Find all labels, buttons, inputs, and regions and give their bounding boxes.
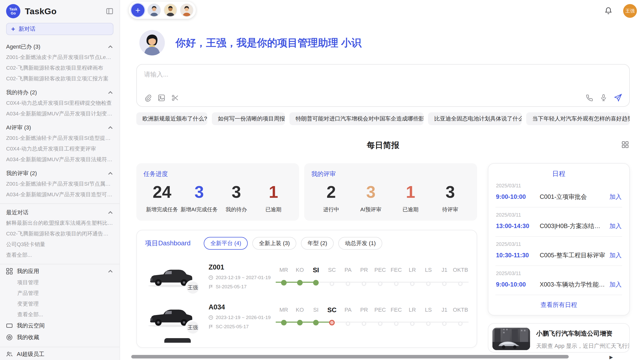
milestone-dot-track [420, 277, 436, 287]
chevron-up-icon [108, 126, 113, 131]
user-avatar[interactable]: 王强 [623, 4, 637, 18]
suggestion-chip[interactable]: 比亚迪全固态电池计划具体说了什么 [428, 112, 521, 125]
dashboard-tab[interactable]: 全新上装 (3) [252, 237, 296, 250]
add-agent-button[interactable]: + [131, 4, 144, 17]
recent-chat-item[interactable]: 公司Q3轻卡销量 [6, 239, 113, 250]
sidebar-item-cloud-space[interactable]: 我的云空间 [6, 320, 113, 332]
milestone-label: PA [340, 305, 356, 314]
dashboard-tab[interactable]: 全新平台 (4) [204, 237, 248, 250]
member-avatar-3[interactable] [180, 4, 193, 17]
conversation-item[interactable]: C02-飞腾新能源轻客改款项目里程碑画布 [6, 63, 113, 73]
milestone: OKTB [452, 305, 469, 327]
suggestion-chip[interactable]: 特朗普可能对进口汽车增税会对中国车企造成哪些影响 [289, 112, 423, 125]
app-link[interactable]: 查看全部... [6, 309, 113, 320]
conversation-item[interactable]: A034-全新新能源MUV产品开发项目法规符合性评审 [6, 154, 113, 165]
flag-icon [209, 284, 213, 289]
project-info: Z001 2023-12-19 ~ 2027-01-19 SI-2025-05-… [209, 263, 274, 290]
schedule-list: 2025/03/11 9:00-10:00 C001-立项审批会 加入 2025… [495, 178, 622, 295]
section-header-ai-review[interactable]: AI评审 (3) [6, 123, 113, 133]
sidebar-item-ai-staff[interactable]: AI超级员工 [6, 348, 113, 360]
scroll-right-arrow[interactable]: ▶ [609, 354, 613, 360]
microphone-icon[interactable] [600, 94, 607, 101]
app-link[interactable]: 产品管理 [6, 288, 113, 298]
section-header-agent-done[interactable]: Agent已办 (3) [6, 42, 113, 52]
new-chat-button[interactable]: + 新对话 [6, 23, 113, 35]
dashboard-tab[interactable]: 动总开发 (1) [338, 237, 382, 250]
milestone-dot-track [404, 277, 420, 287]
member-avatar-2[interactable] [164, 4, 177, 17]
milestone-dot [362, 281, 366, 286]
sidebar-item-my-apps[interactable]: 我的应用 [6, 265, 113, 277]
flag-icon [209, 324, 213, 329]
card-title: 我的评审 [311, 170, 470, 178]
section-header-recent-chats[interactable]: 最近对话 [6, 207, 113, 218]
project-dashboard-card: 项目Dashboard 全新平台 (4)全新上装 (3)年型 (2)动总开发 (… [136, 230, 477, 348]
suggestion-chip[interactable]: 欧洲新规最近颁布了什么? [136, 112, 207, 125]
stat: 3 待评审 [430, 183, 470, 213]
join-link[interactable]: 加入 [609, 251, 622, 259]
logo-line-1: Task [9, 7, 17, 11]
sidebar-collapse-icon[interactable] [106, 7, 113, 15]
chevron-up-icon [108, 91, 113, 96]
section-header-my-todo[interactable]: 我的待办 (2) [6, 87, 113, 98]
scrollbar-thumb[interactable] [131, 355, 569, 358]
conversation-item[interactable]: A034-全新新能源MUV产品开发项目计划变更表编写 [6, 108, 113, 119]
task-progress-stats: 24 新增完成任务 3 新增AI完成任务 3 我的待办 1 [143, 183, 292, 213]
milestone-dot [442, 321, 447, 326]
conversation-item[interactable]: Z001-全新燃油皮卡产品开发项目SI节点Lesson Learn报告 [6, 52, 113, 63]
conversation-item[interactable]: C02-飞腾新能源轻客改款项目立项汇报方案 [6, 73, 113, 84]
stat-label: 新增完成任务 [143, 206, 181, 213]
schedule-time: 9:00-10:00 [496, 281, 540, 288]
schedule-item: 2025/03/11 9:00-10:00 X003-车辆动力学性能验... 加… [495, 266, 622, 295]
send-icon[interactable] [614, 94, 622, 102]
scissors-icon[interactable] [171, 94, 179, 102]
join-link[interactable]: 加入 [609, 280, 622, 289]
app-link[interactable]: 项目管理 [6, 277, 113, 288]
layout-grid-icon[interactable] [622, 141, 629, 150]
project-row-z001[interactable]: 王强 Z001 2023-12-19 ~ 2027-01-19 SI-2025-… [145, 263, 469, 290]
phone-icon[interactable] [586, 94, 593, 101]
join-link[interactable]: 加入 [609, 193, 622, 201]
dashboard-header: 项目Dashboard 全新平台 (4)全新上装 (3)年型 (2)动总开发 (… [145, 237, 469, 250]
recent-chat-item[interactable]: 解释最新出台的欧盟报废车法规再生塑料比例被调至15%... [6, 218, 113, 228]
image-icon[interactable] [158, 94, 165, 102]
conversation-item[interactable]: Z001-全新燃油轻卡产品开发项目SI节点属性5D文件评审 [6, 178, 113, 189]
recent-chat-item[interactable]: C02-飞腾新能源轻客改款项目的闭环通告反馈情况 [6, 228, 113, 239]
suggestion-chip[interactable]: 如何写一份清晰的项目周报 [212, 112, 285, 125]
date-range: 2023-12-19 ~ 2027-01-19 [216, 275, 271, 280]
sidebar-item-favorites[interactable]: 我的收藏 [6, 332, 113, 343]
notification-bell-icon[interactable] [604, 7, 612, 17]
stat: 3 新增AI完成任务 [181, 183, 218, 213]
conversation-item[interactable]: C0X4-动力总成开发项目工程变更评审 [6, 143, 113, 154]
project-row-a034[interactable]: 王强 A034 2023-12-19 ~ 2026-01-19 SC-2025-… [145, 303, 469, 329]
attachment-icon[interactable] [144, 94, 152, 102]
milestone-label: PR [356, 265, 372, 275]
conversation-item[interactable]: A034-全新新能源MUV产品开发项目造型可行性评审 [6, 189, 113, 200]
chat-input[interactable] [144, 71, 622, 78]
join-link[interactable]: 加入 [609, 222, 622, 230]
milestone-dot-track [340, 277, 356, 287]
project-dates: 2023-12-19 ~ 2027-01-19 [209, 275, 274, 280]
dashboard-title: 项目Dashboard [145, 239, 191, 248]
app-link[interactable]: 变更管理 [6, 298, 113, 309]
conversation-item[interactable]: Z001-全新燃油轻卡产品开发项目SI造型提交物评审 [6, 133, 113, 143]
conversation-item[interactable]: C0X4-动力总成开发项目SI里程碑提交物检查 [6, 98, 113, 108]
section-header-my-review[interactable]: 我的评审 (2) [6, 168, 113, 178]
stat-value: 2 [311, 183, 351, 202]
suggestion-chip[interactable]: 当下年轻人对汽车外观有怎样的喜好趋势 [526, 112, 630, 125]
milestone-label: J1 [436, 305, 452, 314]
people-icon [6, 351, 13, 357]
view-all-schedule-link[interactable]: 查看所有日程 [495, 295, 622, 310]
dashboard-tab[interactable]: 年型 (2) [301, 237, 334, 250]
news-snippet: 天眼查 App 显示，近日广州汇天飞行汽 [536, 342, 630, 350]
news-card[interactable]: 小鹏飞行汽车制造公司增资 天眼查 App 显示，近日广州汇天飞行汽 [488, 323, 630, 353]
member-avatar-1[interactable] [148, 4, 161, 17]
milestone-track: MR KO SI SC [276, 305, 469, 327]
milestone: PEC [372, 305, 388, 327]
stat-label: 我的待办 [218, 206, 255, 213]
recent-chat-item[interactable]: 查看全部... [6, 250, 113, 260]
milestone-dot-track [388, 277, 404, 287]
milestone-dot [281, 280, 287, 286]
daily-briefing-title: 每日简报 [367, 141, 399, 150]
schedule-card: 日程 2025/03/11 9:00-10:00 C001-立项审批会 加入 [488, 163, 630, 316]
